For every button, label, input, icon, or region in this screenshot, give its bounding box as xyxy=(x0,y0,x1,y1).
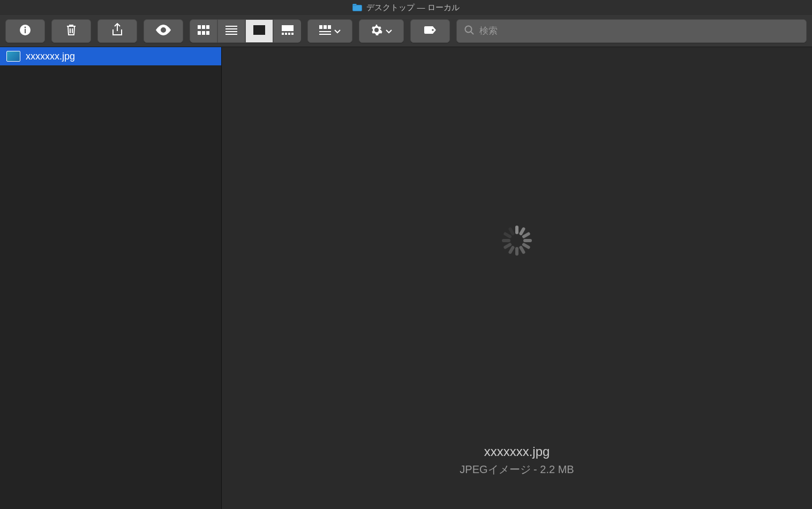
svg-rect-7 xyxy=(202,25,205,29)
file-name: xxxxxxx.jpg xyxy=(26,51,75,62)
eye-icon xyxy=(155,25,171,38)
svg-rect-24 xyxy=(319,25,322,29)
folder-icon xyxy=(352,4,362,11)
list-view-icon xyxy=(225,25,237,37)
quicklook-button[interactable] xyxy=(144,19,183,43)
svg-rect-9 xyxy=(198,31,201,35)
gallery-view-icon xyxy=(282,25,294,37)
svg-rect-0 xyxy=(353,5,362,11)
svg-rect-21 xyxy=(285,33,287,35)
column-view-icon xyxy=(253,25,265,37)
file-list-column[interactable]: xxxxxxx.jpg xyxy=(0,47,222,509)
svg-rect-8 xyxy=(206,25,209,29)
tag-icon xyxy=(423,25,437,37)
chevron-down-icon xyxy=(386,26,392,36)
toolbar xyxy=(0,15,812,47)
search-field-wrap[interactable] xyxy=(456,19,807,43)
svg-rect-16 xyxy=(254,26,265,34)
svg-rect-11 xyxy=(206,31,209,35)
svg-rect-22 xyxy=(288,33,290,35)
svg-rect-26 xyxy=(328,25,331,29)
svg-point-29 xyxy=(432,29,434,31)
group-icon xyxy=(319,25,331,37)
column-view-button[interactable] xyxy=(245,19,273,43)
svg-rect-27 xyxy=(319,31,331,32)
icon-view-button[interactable] xyxy=(190,19,217,43)
file-row[interactable]: xxxxxxx.jpg xyxy=(0,47,221,65)
svg-rect-20 xyxy=(282,33,284,35)
info-button[interactable] xyxy=(5,19,45,43)
svg-line-31 xyxy=(471,32,473,34)
search-input[interactable] xyxy=(479,26,799,36)
svg-rect-25 xyxy=(324,25,327,29)
window-title: デスクトップ — ローカル xyxy=(366,3,459,13)
svg-point-30 xyxy=(465,26,472,32)
view-mode-group xyxy=(190,19,301,43)
group-button[interactable] xyxy=(307,19,352,43)
gear-icon xyxy=(371,24,382,38)
share-icon xyxy=(111,23,123,39)
delete-button[interactable] xyxy=(51,19,91,43)
icon-view-icon xyxy=(198,25,209,37)
loading-spinner-icon xyxy=(502,226,532,256)
svg-rect-23 xyxy=(291,33,294,35)
share-button[interactable] xyxy=(97,19,137,43)
preview-subtitle: JPEGイメージ - 2.2 MB xyxy=(460,462,574,477)
trash-icon xyxy=(65,24,77,39)
svg-rect-10 xyxy=(202,31,205,35)
svg-point-4 xyxy=(25,26,26,28)
search-icon xyxy=(464,25,474,37)
svg-rect-1 xyxy=(353,4,357,6)
preview-pane: xxxxxxx.jpg JPEGイメージ - 2.2 MB xyxy=(222,47,812,509)
svg-rect-6 xyxy=(198,25,201,29)
gallery-view-button[interactable] xyxy=(273,19,301,43)
preview-filename: xxxxxxx.jpg xyxy=(460,444,574,459)
svg-rect-19 xyxy=(282,25,294,31)
svg-rect-3 xyxy=(25,29,26,33)
svg-rect-28 xyxy=(319,34,331,35)
svg-point-5 xyxy=(161,27,166,33)
image-thumb-icon xyxy=(6,51,20,62)
window-titlebar: デスクトップ — ローカル xyxy=(0,0,812,15)
chevron-down-icon xyxy=(334,26,341,36)
action-menu-button[interactable] xyxy=(359,19,404,43)
list-view-button[interactable] xyxy=(217,19,245,43)
tags-button[interactable] xyxy=(410,19,450,43)
info-icon xyxy=(19,24,32,39)
